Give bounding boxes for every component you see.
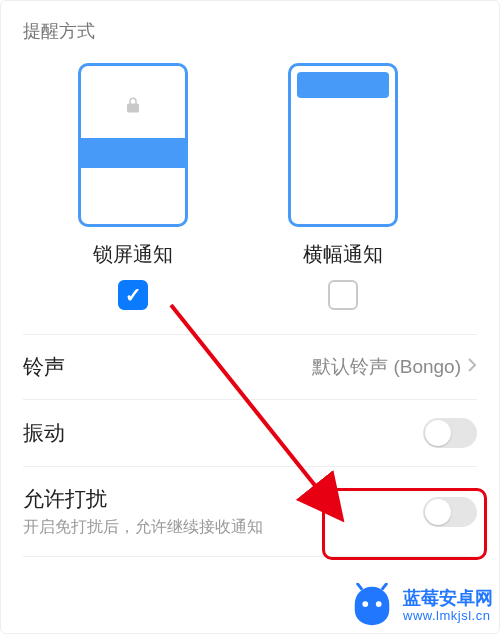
toggle-knob (425, 420, 451, 446)
ringtone-value: 默认铃声 (Bongo) (312, 354, 461, 380)
annotation-highlight-box (322, 488, 487, 560)
option-lockscreen-checkbox[interactable] (118, 280, 148, 310)
allow-disturb-sub: 开启免打扰后，允许继续接收通知 (23, 517, 263, 538)
option-banner-checkbox[interactable] (328, 280, 358, 310)
notification-style-options: 锁屏通知 横幅通知 (23, 63, 477, 310)
lockscreen-preview (78, 63, 188, 227)
svg-line-3 (358, 584, 362, 589)
ringtone-label: 铃声 (23, 353, 65, 381)
watermark-title: 蓝莓安卓网 (403, 588, 493, 609)
watermark-logo-icon (349, 583, 395, 629)
settings-screen: 提醒方式 锁屏通知 横幅通知 铃声 默认铃声 (Bongo) (0, 0, 500, 634)
svg-point-2 (376, 601, 382, 607)
watermark: 蓝莓安卓网 www.lmkjsl.cn (349, 583, 493, 629)
section-title: 提醒方式 (23, 19, 477, 43)
lockscreen-banner-bar (81, 138, 185, 168)
svg-point-1 (362, 601, 368, 607)
option-banner[interactable]: 横幅通知 (273, 63, 413, 310)
lock-icon (124, 94, 142, 121)
row-ringtone[interactable]: 铃声 默认铃声 (Bongo) (23, 334, 477, 399)
chevron-right-icon (467, 356, 477, 378)
row-vibration: 振动 (23, 399, 477, 466)
ringtone-value-wrap: 默认铃声 (Bongo) (312, 354, 477, 380)
option-banner-label: 横幅通知 (303, 241, 383, 268)
vibration-label: 振动 (23, 419, 65, 447)
vibration-toggle[interactable] (423, 418, 477, 448)
banner-bar (297, 72, 389, 98)
option-lockscreen-label: 锁屏通知 (93, 241, 173, 268)
svg-line-4 (383, 584, 387, 589)
option-lockscreen[interactable]: 锁屏通知 (63, 63, 203, 310)
allow-disturb-label: 允许打扰 (23, 485, 263, 513)
watermark-url: www.lmkjsl.cn (403, 609, 493, 624)
banner-preview (288, 63, 398, 227)
